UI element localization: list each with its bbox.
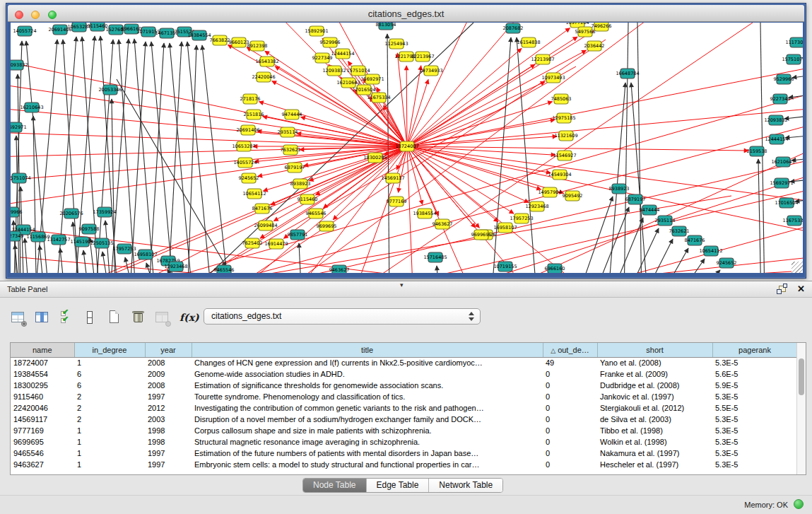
graph-node[interactable]: 11675334 [367, 93, 390, 103]
graph-node[interactable]: 9474444 [282, 110, 302, 119]
table-row[interactable]: 969969511998Structural magnetic resonanc… [11, 436, 797, 448]
graph-node[interactable]: 10654112 [699, 246, 722, 256]
graph-node[interactable]: 10719155 [493, 262, 517, 271]
graph-node[interactable]: 14569117 [381, 173, 404, 183]
graph-node[interactable]: 6966160 [545, 264, 565, 273]
graph-node[interactable]: 10653287 [232, 141, 255, 151]
column-header-out_de[interactable]: △out_de… [543, 343, 597, 357]
graph-node[interactable]: 9529966 [320, 37, 341, 47]
graph-node[interactable]: 10973493 [541, 73, 565, 83]
graph-node[interactable]: 12213967 [411, 52, 434, 62]
graph-node[interactable]: 15751074 [11, 173, 31, 183]
graph-node[interactable]: 15716485 [423, 252, 447, 262]
graph-node[interactable]: 14055724 [13, 26, 36, 36]
column-header-year[interactable]: year [145, 343, 192, 357]
table-row[interactable]: 911546021997Tourette syndrome. Phenomeno… [11, 391, 797, 402]
graph-node[interactable]: 7625402 [242, 238, 263, 248]
graph-node[interactable]: 7632621 [669, 226, 690, 236]
graph-node[interactable]: 26099484 [254, 221, 277, 230]
canvas-resize-grip[interactable] [792, 262, 803, 273]
close-panel-icon[interactable]: ✕ [797, 284, 805, 294]
table-row[interactable]: 1456911722003Disruption of a novel membe… [11, 414, 797, 425]
table-row[interactable]: 1830029562008Estimation of significance … [11, 380, 797, 391]
graph-node[interactable]: 11675334 [782, 216, 803, 226]
graph-node[interactable]: 15892901 [305, 26, 328, 36]
panel-divider-handle[interactable]: ▾ [400, 281, 404, 288]
graph-node[interactable]: 9699695 [317, 221, 337, 231]
table-row[interactable]: 1938455462009Genome-wide association stu… [11, 368, 797, 380]
graph-node[interactable]: 11254943 [384, 39, 408, 49]
graph-node[interactable]: 20206576 [59, 209, 83, 218]
graph-node[interactable]: 12213987 [531, 54, 554, 64]
graph-node[interactable]: 9115460 [88, 23, 108, 31]
graph-node[interactable]: 12093832 [11, 60, 28, 70]
graph-node[interactable]: 15692971 [11, 122, 27, 132]
graph-node[interactable]: 11173054 [785, 37, 803, 47]
graph-node[interactable]: 16648784 [616, 69, 639, 78]
table-row[interactable]: 2242004622012Investigating the contribut… [11, 402, 797, 414]
graph-node[interactable]: 2036442 [584, 41, 605, 51]
graph-node[interactable]: 9529966 [774, 74, 794, 84]
graph-node[interactable]: 9529966 [11, 207, 22, 217]
graph-node[interactable]: 9227349 [312, 53, 333, 63]
graph-node[interactable]: 2151816 [244, 110, 264, 119]
graph-node[interactable]: 12975185 [552, 113, 575, 123]
graph-node[interactable]: 20053346 [98, 85, 122, 95]
function-builder-icon[interactable]: f(x) [180, 310, 201, 325]
column-header-name[interactable]: name [11, 343, 74, 357]
graph-node[interactable]: 8813054 [376, 23, 396, 30]
graph-node[interactable]: 12923468 [525, 201, 548, 211]
graph-node[interactable]: 9097588 [79, 224, 100, 234]
graph-node[interactable]: 6879197 [285, 163, 305, 173]
graph-node[interactable]: 16914479 [264, 239, 288, 249]
graph-node[interactable]: 9463627 [433, 219, 453, 229]
graph-node[interactable]: 9474444 [640, 205, 660, 215]
column-header-pagerank[interactable]: pagerank [712, 343, 797, 357]
graph-node[interactable]: 2087682 [503, 23, 524, 33]
tab-edge-table[interactable]: Edge Table [367, 479, 430, 492]
graph-node[interactable]: 9245652 [717, 258, 737, 268]
graph-node[interactable]: 14549304 [548, 170, 571, 180]
graph-node[interactable]: 7496266 [592, 23, 612, 31]
graph-node[interactable]: 2935114 [278, 127, 298, 137]
delete-table-icon[interactable] [131, 310, 146, 325]
graph-node[interactable]: 17957253 [510, 214, 533, 223]
select-all-icon[interactable]: ✔✔ [59, 310, 73, 325]
delete-column-icon[interactable] [155, 310, 170, 325]
column-header-in_degree[interactable]: in_degree [74, 343, 145, 357]
graph-node[interactable]: 12444154 [765, 134, 788, 144]
graph-node[interactable]: 22420046 [252, 72, 275, 82]
graph-node[interactable]: 20691406 [236, 125, 259, 135]
graph-node[interactable]: 2159538 [747, 146, 767, 156]
show-column-icon[interactable] [35, 310, 49, 325]
float-window-icon[interactable] [779, 286, 786, 292]
graph-node[interactable]: 8471676 [252, 204, 273, 214]
graph-node[interactable]: 9777169 [387, 197, 407, 206]
table-row[interactable]: 946554611997Estimation of the future num… [11, 448, 797, 459]
graph-node[interactable]: 9699695 [471, 230, 492, 240]
graph-node[interactable]: 19384554 [413, 209, 436, 218]
network-canvas[interactable]: 1405572420691406106532879115460152760269… [11, 23, 803, 273]
table-row[interactable]: 1872400712008Changes of HCN gene express… [11, 357, 797, 368]
graph-node[interactable]: 9465546 [214, 265, 235, 273]
graph-node[interactable]: 12093832 [764, 115, 787, 125]
table-scrollbar[interactable] [796, 343, 806, 474]
graph-node[interactable]: 10654112 [242, 189, 266, 199]
graph-node[interactable]: 11546927 [553, 151, 576, 160]
graph-node[interactable]: 16154838 [517, 37, 540, 47]
graph-node[interactable]: 12444154 [331, 49, 354, 59]
new-table-icon[interactable] [107, 310, 122, 325]
graph-node[interactable]: 9227349 [11, 231, 23, 241]
graph-node[interactable]: 6879197 [625, 194, 646, 204]
graph-node[interactable]: 15692971 [360, 74, 384, 84]
tab-node-table[interactable]: Node Table [303, 479, 367, 492]
network-window[interactable]: citations_edges.txt 14055724206914061065… [6, 3, 806, 279]
table-scrollbar-thumb[interactable] [799, 358, 804, 395]
graph-node[interactable]: 14957904 [538, 187, 561, 197]
graph-node[interactable]: 12093832 [322, 66, 346, 76]
graph-node[interactable]: 7632621 [281, 145, 301, 155]
graph-node[interactable]: 9465546 [306, 209, 326, 218]
graph-node[interactable]: 8938923 [609, 184, 630, 194]
graph-node[interactable]: 16210643 [336, 78, 360, 88]
graph-node[interactable]: 2935114 [655, 216, 676, 226]
